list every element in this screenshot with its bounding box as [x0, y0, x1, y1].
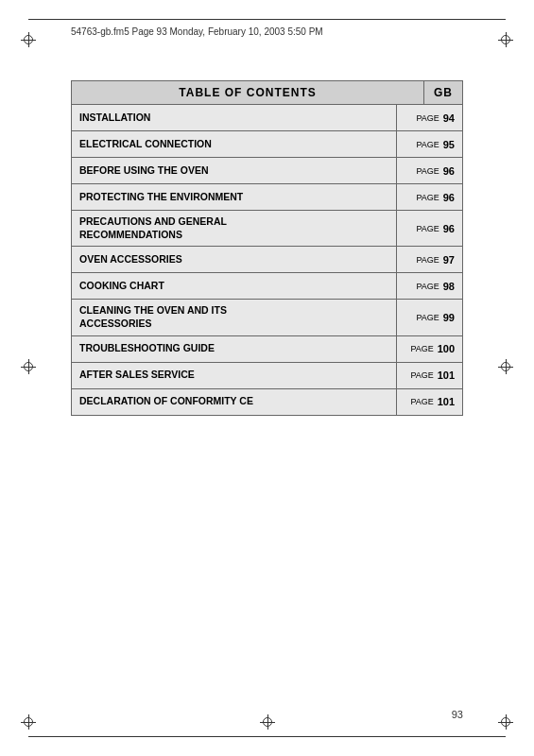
toc-row-electrical: ELECTRICAL CONNECTION PAGE 95: [71, 131, 463, 158]
crosshair-top-left: [21, 32, 36, 47]
toc-label-environment: PROTECTING THE ENVIRONMENT: [72, 184, 396, 210]
toc-row-cooking: COOKING CHART PAGE 98: [71, 273, 463, 300]
toc-label-declaration: DECLARATION OF CONFORMITY CE: [72, 389, 396, 415]
toc-page-cleaning: PAGE 99: [396, 300, 462, 335]
page-num: 98: [443, 281, 455, 292]
toc-row-cleaning: CLEANING THE OVEN AND ITS ACCESSORIES PA…: [71, 300, 463, 335]
toc-title: TABLE OF CONTENTS: [72, 81, 423, 104]
crosshair-middle-left: [21, 359, 36, 374]
toc-label-cleaning: CLEANING THE OVEN AND ITS ACCESSORIES: [72, 300, 396, 335]
page-num: 96: [443, 223, 455, 234]
toc-label-troubleshooting: TROUBLESHOOTING GUIDE: [72, 336, 396, 362]
page-num: 97: [443, 254, 455, 266]
page-word: PAGE: [410, 370, 433, 380]
page-word: PAGE: [416, 282, 439, 291]
toc-page-precautions: PAGE 96: [396, 211, 462, 246]
toc-label-electrical: ELECTRICAL CONNECTION: [72, 131, 396, 157]
toc-label-installation: INSTALLATION: [72, 105, 396, 130]
toc-page-declaration: PAGE 101: [396, 389, 462, 415]
page-word: PAGE: [416, 224, 439, 233]
top-border: [28, 19, 506, 20]
page-number: 93: [452, 709, 463, 720]
page-word: PAGE: [416, 113, 439, 123]
crosshair-middle-right: [498, 359, 513, 374]
toc-label-before-oven: BEFORE USING THE OVEN: [72, 158, 396, 183]
toc-row-precautions: PRECAUTIONS AND GENERAL RECOMMENDATIONS …: [71, 211, 463, 247]
toc-page-electrical: PAGE 95: [396, 131, 462, 157]
page-num: 94: [443, 112, 455, 124]
crosshair-bottom-right: [498, 714, 513, 730]
page-num: 96: [443, 165, 455, 177]
toc-row-after-sales: AFTER SALES SERVICE PAGE 101: [71, 363, 463, 389]
page-num: 101: [438, 369, 455, 381]
toc-page-installation: PAGE 94: [396, 105, 462, 130]
page-word: PAGE: [410, 397, 433, 406]
page-word: PAGE: [416, 255, 439, 265]
toc-row-environment: PROTECTING THE ENVIRONMENT PAGE 96: [71, 184, 463, 211]
toc-page-troubleshooting: PAGE 100: [396, 336, 462, 362]
toc-row-declaration: DECLARATION OF CONFORMITY CE PAGE 101: [71, 389, 463, 416]
toc-row-before-oven: BEFORE USING THE OVEN PAGE 96: [71, 158, 463, 184]
toc-label-cooking: COOKING CHART: [72, 273, 396, 299]
crosshair-bottom-center: [260, 714, 275, 730]
toc-label-after-sales: AFTER SALES SERVICE: [72, 363, 396, 388]
toc-container: TABLE OF CONTENTS GB INSTALLATION PAGE 9…: [71, 80, 463, 416]
page-word: PAGE: [416, 166, 439, 176]
toc-label-precautions: PRECAUTIONS AND GENERAL RECOMMENDATIONS: [72, 211, 396, 246]
page-word: PAGE: [416, 193, 439, 202]
page-num: 96: [443, 192, 455, 203]
bottom-border: [28, 736, 506, 737]
page-num: 99: [443, 312, 455, 323]
page-word: PAGE: [416, 140, 439, 149]
page-word: PAGE: [410, 344, 433, 353]
toc-row-installation: INSTALLATION PAGE 94: [71, 105, 463, 131]
crosshair-bottom-left: [21, 714, 36, 730]
toc-row-troubleshooting: TROUBLESHOOTING GUIDE PAGE 100: [71, 336, 463, 363]
toc-page-after-sales: PAGE 101: [396, 363, 462, 388]
crosshair-top-right: [498, 32, 513, 47]
file-info: 54763-gb.fm5 Page 93 Monday, February 10…: [71, 26, 323, 37]
toc-page-environment: PAGE 96: [396, 184, 462, 210]
page: 54763-gb.fm5 Page 93 Monday, February 10…: [0, 0, 534, 756]
toc-page-cooking: PAGE 98: [396, 273, 462, 299]
toc-label-accessories: OVEN ACCESSORIES: [72, 247, 396, 272]
page-num: 100: [438, 343, 455, 354]
page-num: 95: [443, 139, 455, 150]
toc-header: TABLE OF CONTENTS GB: [71, 80, 463, 105]
toc-row-accessories: OVEN ACCESSORIES PAGE 97: [71, 247, 463, 273]
toc-page-accessories: PAGE 97: [396, 247, 462, 272]
toc-gb-label: GB: [423, 81, 462, 104]
page-num: 101: [438, 396, 455, 407]
page-word: PAGE: [416, 313, 439, 322]
toc-page-before-oven: PAGE 96: [396, 158, 462, 183]
